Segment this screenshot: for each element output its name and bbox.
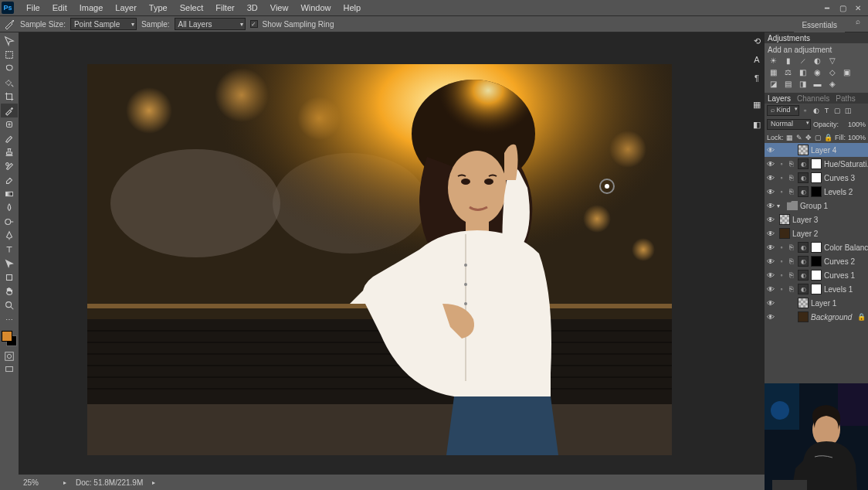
layer-name[interactable]: Layer 2 [792, 230, 868, 238]
layer-mask-thumb[interactable] [811, 256, 822, 267]
filter-shape-icon[interactable]: ▢ [833, 106, 843, 115]
workspace-switcher[interactable]: Essentials [794, 17, 845, 32]
lasso-tool[interactable] [1, 62, 18, 76]
brightness-adj-icon[interactable]: ☀ [768, 56, 779, 66]
clip-icon[interactable]: ◦ [777, 285, 786, 293]
filter-smart-icon[interactable]: ◫ [844, 106, 853, 115]
menu-type[interactable]: Type [143, 3, 174, 12]
marquee-tool[interactable] [1, 48, 18, 62]
link-icon[interactable]: ⎘ [786, 188, 795, 196]
visibility-icon[interactable]: 👁 [765, 257, 777, 266]
layer-name[interactable]: Levels 1 [824, 285, 868, 294]
swatches-panel-icon[interactable]: ▦ [751, 98, 763, 111]
layer-mask-thumb[interactable] [811, 242, 822, 253]
layer-thumb[interactable] [779, 214, 790, 225]
layer-name[interactable]: Group 1 [800, 202, 868, 210]
blend-mode-dropdown[interactable]: Normal [767, 119, 811, 130]
bw-adj-icon[interactable]: ◧ [797, 67, 809, 77]
visibility-icon[interactable]: 👁 [765, 188, 777, 196]
zoom-level[interactable]: 25% [23, 478, 54, 487]
layer-name[interactable]: Levels 2 [824, 188, 868, 196]
layer-row[interactable]: 👁◦⎘◐Curves 3 [765, 171, 868, 185]
character-panel-icon[interactable]: A [751, 53, 763, 66]
crop-tool[interactable] [1, 90, 18, 104]
history-brush-tool[interactable] [1, 159, 18, 173]
lock-move-icon[interactable]: ✥ [805, 133, 812, 141]
curves-adj-icon[interactable]: ⟋ [797, 56, 809, 66]
channels-tab[interactable]: Channels [797, 94, 829, 103]
layer-row[interactable]: 👁Layer 3 [765, 213, 868, 226]
link-icon[interactable]: ⎘ [786, 174, 795, 182]
menu-3d[interactable]: 3D [241, 3, 264, 12]
libraries-panel-icon[interactable]: ◧ [751, 118, 763, 131]
filter-pixel-icon[interactable]: ▫ [801, 106, 810, 115]
screenmode-toggle[interactable] [1, 363, 18, 376]
invert-adj-icon[interactable]: ◪ [768, 79, 779, 89]
layer-name[interactable]: Hue/Saturati... [824, 160, 868, 168]
layer-thumb[interactable]: ◐ [798, 284, 809, 294]
gradient-tool[interactable] [1, 187, 18, 201]
sample-dropdown[interactable]: All Layers [175, 18, 246, 30]
show-ring-checkbox[interactable]: ✓ [250, 20, 258, 28]
sample-size-dropdown[interactable]: Point Sample [70, 18, 137, 30]
close-button[interactable]: ✕ [853, 2, 863, 13]
visibility-icon[interactable]: 👁 [765, 146, 777, 155]
link-icon[interactable]: ⎘ [786, 160, 795, 168]
clip-icon[interactable]: ◦ [777, 174, 786, 182]
selective-adj-icon[interactable]: ◈ [826, 79, 838, 89]
eraser-tool[interactable] [1, 173, 18, 187]
visibility-icon[interactable]: 👁 [765, 313, 777, 322]
layer-row[interactable]: 👁◦⎘◐Curves 2 [765, 254, 868, 268]
document-canvas[interactable] [87, 64, 672, 455]
visibility-icon[interactable]: 👁 [765, 299, 777, 308]
layer-name[interactable]: Layer 4 [811, 146, 868, 155]
visibility-icon[interactable]: 👁 [765, 285, 777, 294]
clip-icon[interactable]: ◦ [777, 188, 786, 196]
photofilter-adj-icon[interactable]: ◉ [812, 67, 823, 77]
lock-artboard-icon[interactable]: ▢ [815, 133, 822, 141]
filter-adj-icon[interactable]: ◐ [812, 106, 821, 115]
search-icon[interactable]: ⌕ [856, 17, 865, 26]
gradmap-adj-icon[interactable]: ▬ [812, 79, 823, 89]
layer-thumb[interactable]: ◐ [798, 256, 809, 267]
layer-name[interactable]: Curves 2 [824, 257, 868, 266]
lock-all-icon[interactable]: 🔒 [824, 133, 832, 141]
visibility-icon[interactable]: 👁 [765, 202, 777, 210]
zoom-arrow-icon[interactable]: ▸ [63, 479, 66, 486]
link-icon[interactable]: ⎘ [786, 285, 795, 293]
threshold-adj-icon[interactable]: ◨ [797, 79, 809, 89]
layer-row[interactable]: 👁Background🔒 [765, 310, 868, 324]
shape-tool[interactable] [1, 271, 18, 284]
layer-mask-thumb[interactable] [811, 158, 822, 169]
layer-thumb[interactable]: ◐ [798, 172, 809, 183]
channelmix-adj-icon[interactable]: ◇ [826, 67, 838, 77]
levels-adj-icon[interactable]: ▮ [782, 56, 794, 66]
current-tool-icon[interactable] [3, 18, 15, 30]
layer-thumb[interactable]: ◐ [798, 270, 809, 281]
menu-file[interactable]: File [20, 3, 46, 12]
lock-trans-icon[interactable]: ▦ [786, 133, 793, 141]
clip-icon[interactable]: ◦ [777, 243, 786, 251]
move-tool[interactable] [1, 34, 18, 48]
link-icon[interactable]: ⎘ [786, 257, 795, 265]
visibility-icon[interactable]: 👁 [765, 230, 777, 238]
filter-type-icon[interactable]: T [822, 106, 832, 115]
hand-tool[interactable] [1, 284, 18, 298]
layer-mask-thumb[interactable] [811, 186, 822, 197]
lock-brush-icon[interactable]: ✎ [795, 133, 802, 141]
layer-row[interactable]: 👁◦⎘◐Hue/Saturati... [765, 157, 868, 171]
opacity-value[interactable]: 100% [841, 121, 866, 128]
visibility-icon[interactable]: 👁 [765, 271, 777, 280]
visibility-icon[interactable]: 👁 [765, 174, 777, 182]
layer-mask-thumb[interactable] [811, 270, 822, 281]
layer-row[interactable]: 👁◦⎘◐Curves 1 [765, 268, 868, 282]
paths-tab[interactable]: Paths [836, 94, 856, 103]
menu-view[interactable]: View [264, 3, 295, 12]
layer-name[interactable]: Color Balance 1 [824, 243, 868, 252]
link-icon[interactable]: ⎘ [786, 243, 795, 251]
menu-help[interactable]: Help [337, 3, 368, 12]
history-panel-icon[interactable]: ⟲ [751, 35, 763, 47]
hue-adj-icon[interactable]: ▦ [768, 67, 779, 77]
clip-icon[interactable]: ◦ [777, 271, 786, 279]
vibrance-adj-icon[interactable]: ▽ [826, 56, 838, 66]
